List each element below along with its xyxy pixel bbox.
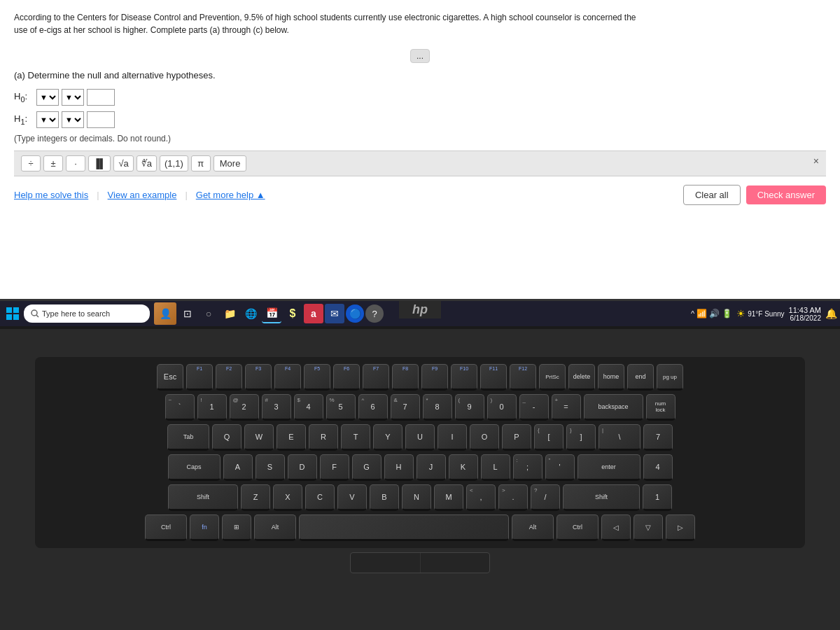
question-icon[interactable]: ?: [365, 304, 384, 323]
calendar-app-icon[interactable]: 📅: [262, 304, 281, 323]
h1-select2[interactable]: ▼: [62, 111, 84, 128]
key-f11[interactable]: F11: [480, 364, 507, 391]
key-4[interactable]: $4: [294, 394, 323, 421]
key-5[interactable]: %5: [326, 394, 356, 421]
folder-icon[interactable]: 📁: [220, 304, 239, 323]
key-o[interactable]: O: [470, 424, 499, 451]
key-esc[interactable]: Esc: [157, 364, 183, 391]
key-b[interactable]: B: [370, 484, 399, 511]
key-f6[interactable]: F6: [333, 364, 360, 391]
key-e[interactable]: E: [276, 424, 306, 451]
key-minus[interactable]: _-: [519, 394, 549, 421]
key-f8[interactable]: F8: [392, 364, 419, 391]
key-1[interactable]: !1: [197, 394, 227, 421]
key-6[interactable]: ^6: [358, 394, 388, 421]
key-r[interactable]: R: [309, 424, 338, 451]
three-dots-button[interactable]: ...: [410, 49, 430, 63]
h0-select1[interactable]: ▼: [36, 89, 59, 106]
help-me-solve-button[interactable]: Help me solve this: [14, 190, 94, 200]
touchpad[interactable]: [350, 552, 490, 573]
key-pgup[interactable]: pg up: [657, 364, 683, 391]
key-lalt[interactable]: Alt: [254, 514, 296, 541]
taskbar-avatar-icon[interactable]: 👤: [154, 302, 176, 325]
key-delete[interactable]: delete: [568, 364, 595, 391]
key-num7[interactable]: 7: [643, 424, 673, 451]
key-prtsc[interactable]: PrtSc: [539, 364, 566, 391]
key-f12[interactable]: F12: [510, 364, 536, 391]
key-f7[interactable]: F7: [363, 364, 389, 391]
key-num1[interactable]: 1: [643, 484, 672, 511]
key-q[interactable]: Q: [212, 424, 241, 451]
key-lbracket[interactable]: {[: [534, 424, 564, 451]
key-end[interactable]: end: [627, 364, 654, 391]
key-7[interactable]: &7: [391, 394, 420, 421]
circle-icon[interactable]: ○: [199, 304, 218, 323]
start-button[interactable]: [3, 304, 22, 323]
key-s[interactable]: S: [255, 454, 285, 481]
key-backspace[interactable]: backspace: [584, 394, 643, 421]
mail-icon[interactable]: ✉: [325, 304, 344, 323]
key-comma[interactable]: <,: [466, 484, 496, 511]
math-btn-sqrt[interactable]: √a: [113, 155, 133, 172]
key-y[interactable]: Y: [373, 424, 402, 451]
touchpad-right-button[interactable]: [421, 553, 490, 573]
key-l[interactable]: L: [481, 454, 510, 481]
h0-input[interactable]: [87, 89, 115, 106]
key-right[interactable]: ▷: [666, 514, 695, 541]
key-lctrl[interactable]: Ctrl: [145, 514, 187, 541]
task-view-icon[interactable]: ⊡: [178, 304, 197, 323]
key-t[interactable]: T: [341, 424, 370, 451]
key-0[interactable]: )0: [487, 394, 517, 421]
key-n[interactable]: N: [402, 484, 431, 511]
key-fn[interactable]: fn: [190, 514, 219, 541]
key-z[interactable]: Z: [241, 484, 270, 511]
key-v[interactable]: V: [337, 484, 367, 511]
key-f2[interactable]: F2: [216, 364, 242, 391]
caret-up-icon[interactable]: ^: [691, 309, 694, 318]
key-num4[interactable]: 4: [643, 454, 673, 481]
key-d[interactable]: D: [288, 454, 317, 481]
key-home[interactable]: home: [598, 364, 624, 391]
key-enter[interactable]: enter: [578, 454, 640, 481]
key-8[interactable]: *8: [423, 394, 452, 421]
a-icon[interactable]: a: [304, 304, 323, 323]
key-g[interactable]: G: [352, 454, 382, 481]
network-icon[interactable]: 📶: [696, 309, 707, 318]
key-win[interactable]: ⊞: [222, 514, 251, 541]
key-f4[interactable]: F4: [274, 364, 301, 391]
key-ralt[interactable]: Alt: [512, 514, 554, 541]
dollar-icon[interactable]: $: [283, 304, 302, 323]
key-equals[interactable]: +=: [552, 394, 581, 421]
key-backtick[interactable]: ~`: [165, 394, 195, 421]
key-i[interactable]: I: [438, 424, 467, 451]
key-backslash[interactable]: |\: [598, 424, 640, 451]
math-btn-fourthroot[interactable]: ∜a: [136, 155, 157, 172]
math-btn-plusminus[interactable]: ±: [43, 155, 63, 172]
math-btn-interval[interactable]: (1,1): [160, 155, 188, 172]
key-f[interactable]: F: [320, 454, 349, 481]
key-rctrl[interactable]: Ctrl: [556, 514, 598, 541]
notification-button[interactable]: 🔔: [825, 307, 837, 320]
key-quote[interactable]: "': [545, 454, 575, 481]
volume-icon[interactable]: 🔊: [709, 309, 720, 318]
math-btn-bars[interactable]: ▐▌: [88, 155, 111, 172]
h1-select1[interactable]: ▼: [36, 111, 59, 128]
get-more-help-button[interactable]: Get more help ▲: [190, 190, 271, 200]
taskbar-search[interactable]: Type here to search: [24, 304, 150, 323]
key-f10[interactable]: F10: [451, 364, 477, 391]
edge-icon[interactable]: 🌐: [241, 304, 260, 323]
key-semicolon[interactable]: :;: [513, 454, 542, 481]
key-tab[interactable]: Tab: [167, 424, 209, 451]
key-space[interactable]: [299, 514, 509, 541]
key-numlock[interactable]: numlock: [646, 394, 676, 421]
key-u[interactable]: U: [405, 424, 435, 451]
key-m[interactable]: M: [434, 484, 463, 511]
key-rbracket[interactable]: }]: [566, 424, 596, 451]
key-f1[interactable]: F1: [186, 364, 213, 391]
blue-dot-icon[interactable]: 🔵: [346, 304, 364, 323]
battery-icon[interactable]: 🔋: [722, 309, 732, 318]
key-f3[interactable]: F3: [245, 364, 272, 391]
key-9[interactable]: (9: [455, 394, 484, 421]
math-btn-more[interactable]: More: [214, 155, 247, 172]
h1-input[interactable]: [87, 111, 115, 128]
